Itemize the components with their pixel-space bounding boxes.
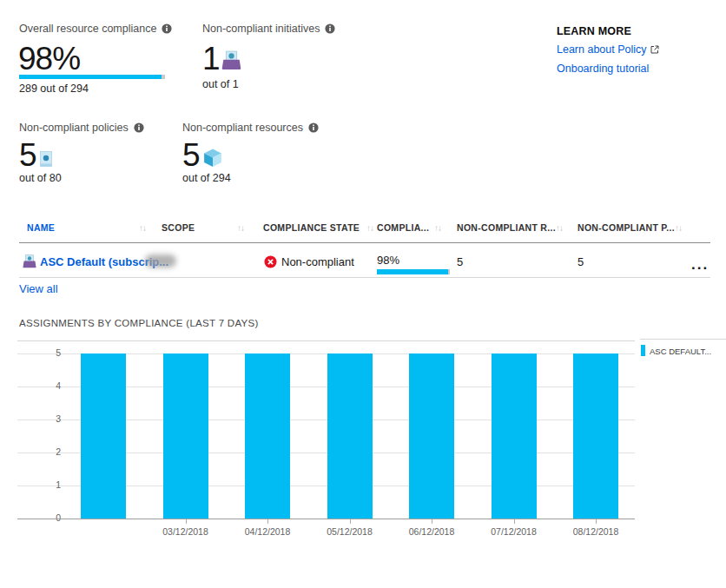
noncompliant-policies-count: out of 80 <box>19 172 62 184</box>
column-header-compliance[interactable]: COMPLIA... ↑↓ <box>377 222 441 233</box>
noncompliant-initiatives-count: out of 1 <box>202 78 239 90</box>
policy-document-icon <box>37 150 55 168</box>
chart-bar <box>327 353 373 519</box>
assignments-chart: ASSIGNMENTS BY COMPLIANCE (LAST 7 DAYS) … <box>0 309 726 561</box>
noncompliant-resources-cell: 5 <box>457 255 463 268</box>
y-axis-tick-label: 4 <box>42 380 61 391</box>
noncompliant-policies-value: 5 <box>19 139 36 171</box>
error-icon <box>264 255 277 268</box>
x-axis-tick <box>267 519 268 524</box>
info-icon[interactable] <box>308 122 319 133</box>
chart-bar <box>409 353 454 519</box>
x-axis-tick <box>350 519 351 524</box>
onboarding-tutorial-link[interactable]: Onboarding tutorial <box>557 60 649 76</box>
compliance-percent-value: 98% <box>377 254 399 267</box>
sort-icon[interactable]: ↑↓ <box>556 223 563 233</box>
y-axis-tick-label: 5 <box>42 347 61 358</box>
noncompliant-policies-cell: 5 <box>578 255 584 268</box>
row-compliance-progress-fill <box>377 269 448 274</box>
initiative-icon <box>221 50 241 70</box>
noncompliant-initiatives-value: 1 <box>202 43 220 75</box>
chart-bar <box>573 353 618 519</box>
view-all-link[interactable]: View all <box>19 282 58 295</box>
column-header-compliance-state[interactable]: COMPLIANCE STATE ↑↓ <box>263 222 373 233</box>
x-axis-tick <box>514 519 515 524</box>
x-axis-tick-label: 05/12/2018 <box>311 526 389 537</box>
overall-compliance-label: Overall resource compliance <box>19 23 172 35</box>
overall-compliance-value: 98% <box>18 43 80 75</box>
learn-more-title: LEARN MORE <box>557 25 631 37</box>
x-axis-tick-label: 03/12/2018 <box>147 526 225 537</box>
noncompliant-policies-label: Non-compliant policies <box>19 122 144 134</box>
info-icon[interactable] <box>162 23 172 34</box>
y-axis-tick-label: 3 <box>42 413 61 424</box>
assignments-chart-plot: 01234503/12/201804/12/201805/12/201806/1… <box>0 309 726 561</box>
resource-cube-icon <box>203 149 222 168</box>
compliance-state-value: Non-compliant <box>281 255 354 268</box>
noncompliant-resources-label: Non-compliant resources <box>182 122 319 134</box>
y-axis-tick-label: 2 <box>42 446 61 457</box>
chart-bar <box>163 353 208 519</box>
sort-icon[interactable]: ↑↓ <box>237 223 244 233</box>
scope-redacted-value <box>145 254 176 268</box>
legend-label: ASC DEFAULT... <box>650 347 711 356</box>
x-axis-tick <box>596 519 597 524</box>
column-header-scope[interactable]: SCOPE ↑↓ <box>162 222 244 233</box>
column-header-name[interactable]: NAME ↑↓ <box>27 222 146 233</box>
legend-top-border <box>640 339 726 340</box>
chart-bar <box>492 353 537 519</box>
x-axis-tick <box>432 519 432 524</box>
column-header-noncompliant-resources[interactable]: NON-COMPLIANT R... ↑↓ <box>457 222 558 233</box>
legend-swatch <box>641 345 645 356</box>
noncompliant-resources-count: out of 294 <box>182 172 231 184</box>
learn-about-policy-link[interactable]: Learn about Policy <box>557 43 659 56</box>
sort-icon[interactable]: ↑↓ <box>434 223 441 233</box>
info-icon[interactable] <box>325 23 335 34</box>
x-axis-line <box>17 519 635 519</box>
overall-compliance-count: 289 out of 294 <box>19 83 89 95</box>
initiative-icon <box>23 254 36 268</box>
x-axis-tick-label: 06/12/2018 <box>393 526 471 537</box>
column-header-noncompliant-policies[interactable]: NON-COMPLIANT P... ↑↓ <box>578 222 679 233</box>
sort-icon[interactable]: ↑↓ <box>366 223 373 233</box>
y-axis-tick-label: 1 <box>42 479 61 490</box>
chart-bar <box>245 353 290 519</box>
noncompliant-resources-value: 5 <box>182 139 200 171</box>
policy-compliance-dashboard: Overall resource compliance 98% 289 out … <box>0 0 726 588</box>
sort-icon[interactable]: ↑↓ <box>675 223 682 233</box>
x-axis-tick-label: 07/12/2018 <box>475 526 553 537</box>
x-axis-tick-label: 08/12/2018 <box>557 526 635 537</box>
info-icon[interactable] <box>134 122 144 133</box>
y-axis-tick-label: 0 <box>42 512 61 523</box>
overall-compliance-progressbar <box>19 75 165 79</box>
x-axis-tick <box>186 519 187 524</box>
row-compliance-progressbar <box>377 269 450 274</box>
external-link-icon <box>650 45 659 54</box>
x-axis-tick-label: 04/12/2018 <box>228 526 307 537</box>
noncompliant-initiatives-label: Non-compliant initiatives <box>202 23 335 35</box>
table-row-divider <box>19 277 710 278</box>
sort-icon[interactable]: ↑↓ <box>139 223 146 233</box>
table-header-divider <box>19 242 710 243</box>
chart-bar <box>81 353 126 519</box>
row-context-menu-button[interactable]: ... <box>691 257 709 272</box>
overall-compliance-progress-fill <box>19 75 162 79</box>
